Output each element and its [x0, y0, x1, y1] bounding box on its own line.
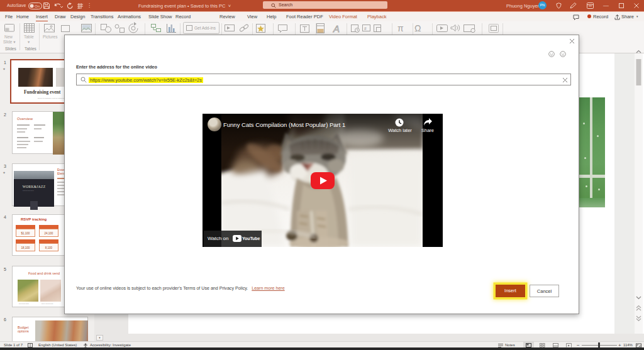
svg-text:Table: Table — [24, 35, 34, 39]
svg-text:Ω: Ω — [414, 23, 421, 33]
svg-text:Pictures: Pictures — [43, 35, 58, 39]
svg-text:Tables: Tables — [25, 46, 37, 51]
svg-text:#: # — [364, 26, 367, 31]
svg-text:On: On — [35, 4, 40, 8]
svg-text:New: New — [4, 35, 13, 39]
svg-text:▾: ▾ — [28, 40, 30, 44]
svg-text:A: A — [333, 23, 340, 34]
svg-text:Slides: Slides — [5, 46, 16, 51]
svg-text:π: π — [397, 23, 404, 33]
svg-text:Get Add-ins: Get Add-ins — [194, 26, 216, 30]
svg-text:Slide ▾: Slide ▾ — [3, 40, 16, 44]
